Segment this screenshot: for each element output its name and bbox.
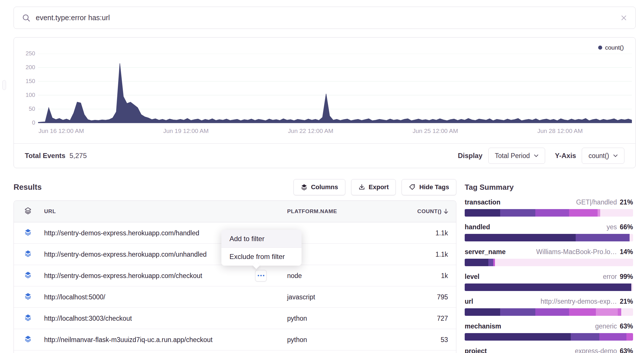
columns-button-label: Columns (311, 183, 338, 191)
cell-platform: node (287, 272, 302, 279)
tag-row[interactable]: server_name Williams-MacBook-Pro.lo… 14% (465, 248, 633, 266)
tag-bar-segment (465, 333, 571, 341)
tag-distribution-bar[interactable] (465, 333, 633, 341)
y-axis-tick-label: 0 (32, 119, 35, 126)
yaxis-label: Y-Axis (555, 152, 576, 160)
export-button-label: Export (369, 183, 389, 191)
tag-name: handled (465, 223, 490, 231)
tag-bar-segment (488, 259, 494, 266)
table-row[interactable]: http://neilmanvar-flask-m3uuizd7iq-uc.a.… (14, 329, 456, 350)
panel-resize-handle[interactable] (2, 80, 6, 90)
tag-icon (409, 184, 416, 191)
tag-distribution-bar[interactable] (465, 209, 633, 217)
tag-name: url (465, 298, 473, 305)
search-input[interactable] (36, 14, 620, 22)
tag-top-percent: 14% (620, 248, 633, 256)
results-table: URL PLATFORM.NAME COUNT() http://sentry-… (14, 200, 456, 353)
cell-count: 727 (437, 314, 448, 322)
stack-icon (24, 271, 32, 279)
tag-distribution-bar[interactable] (465, 234, 633, 241)
y-axis-tick-label: 100 (26, 92, 35, 98)
table-row[interactable]: http://localhost:5000/ javascript 795 (14, 286, 456, 308)
tag-bar-segment (571, 333, 599, 341)
tag-top-value: http://sentry-demos-exp… (541, 298, 617, 305)
hide-tags-button[interactable]: Hide Tags (402, 179, 456, 195)
chevron-down-icon (613, 154, 618, 157)
tag-bar-segment (535, 209, 569, 217)
tag-bar-segment (630, 234, 633, 241)
stack-icon (24, 314, 32, 321)
tag-top-percent: 66% (620, 223, 633, 231)
tag-row[interactable]: project express-demo 63% (465, 347, 633, 353)
sort-desc-icon (443, 209, 449, 214)
tag-top-value: Williams-MacBook-Pro.lo… (536, 248, 617, 256)
cell-platform: javascript (287, 293, 315, 301)
results-header: Results Columns Export Hide (14, 179, 456, 196)
tag-top-percent: 99% (620, 273, 633, 281)
tag-row[interactable]: transaction GET|/handled 21% (465, 198, 633, 217)
display-selected-value: Total Period (495, 152, 530, 160)
tag-bar-segment (576, 234, 630, 241)
tag-name: server_name (465, 248, 506, 256)
tag-top-value: error (603, 273, 617, 281)
tag-row[interactable]: handled yes 66% (465, 223, 633, 241)
tag-row[interactable]: mechanism generic 63% (465, 322, 633, 341)
chart-x-axis-labels: Jun 16 12:00 AMJun 19 12:00 AMJun 22 12:… (38, 127, 632, 136)
column-header-count[interactable]: COUNT() (417, 208, 449, 215)
menu-item-exclude-from-filter[interactable]: Exclude from filter (221, 248, 302, 266)
display-select[interactable]: Total Period (488, 148, 545, 164)
stack-icon (24, 207, 32, 215)
tag-top-value: generic (595, 322, 617, 330)
export-button[interactable]: Export (351, 179, 396, 195)
tag-distribution-bar[interactable] (465, 283, 633, 291)
tag-name: transaction (465, 198, 500, 206)
cell-count: 795 (437, 293, 448, 301)
hide-tags-button-label: Hide Tags (419, 183, 449, 191)
cell-count: 1k (441, 272, 448, 279)
chevron-down-icon (534, 154, 538, 157)
column-header-platform[interactable]: PLATFORM.NAME (287, 208, 337, 215)
cell-count: 1.1k (436, 250, 448, 258)
tag-top-value: yes (607, 223, 617, 231)
menu-item-add-to-filter[interactable]: Add to filter (221, 230, 302, 248)
column-header-url[interactable]: URL (44, 208, 56, 215)
discover-results-page: count() 050100150200250 Jun 16 12:00 AMJ… (0, 0, 644, 353)
tag-distribution-bar[interactable] (465, 308, 633, 316)
stack-icon (24, 250, 32, 257)
tag-bar-segment (535, 308, 569, 316)
tag-name: mechanism (465, 322, 501, 330)
table-header: URL PLATFORM.NAME COUNT() (14, 201, 456, 222)
yaxis-select[interactable]: count() (582, 148, 624, 164)
tag-row[interactable]: url http://sentry-demos-exp… 21% (465, 297, 633, 316)
cell-platform: python (287, 336, 307, 343)
cell-url: http://sentry-demos-express.herokuapp.co… (44, 229, 199, 237)
tag-bar-segment (465, 209, 500, 217)
tag-row[interactable]: level error 99% (465, 273, 633, 291)
chart-legend[interactable]: count() (598, 44, 624, 51)
search-bar (14, 7, 636, 29)
event-volume-chart[interactable] (38, 54, 632, 124)
tag-bar-segment (465, 259, 488, 266)
tag-bar-segment (600, 209, 633, 217)
tag-name: project (465, 347, 487, 353)
cell-actions-button[interactable] (255, 270, 267, 281)
chart-y-axis-labels: 050100150200250 (14, 54, 35, 124)
cell-url: http://sentry-demos-express.herokuapp.co… (44, 250, 207, 258)
table-row[interactable]: http://sentry-demos-express.herokuapp.co… (14, 265, 456, 286)
tag-bar-segment (626, 333, 633, 341)
close-icon[interactable] (620, 14, 627, 21)
cell-count: 53 (440, 336, 448, 343)
tag-top-percent: 63% (620, 322, 633, 330)
tag-bar-segment (495, 259, 633, 266)
tag-top-value: express-demo (575, 347, 617, 353)
table-row[interactable]: http://localhost:3003/checkout python 72… (14, 308, 456, 329)
cell-url: http://localhost:5000/ (44, 293, 105, 301)
event-volume-area-series (38, 54, 632, 124)
download-icon (358, 184, 365, 191)
cell-url: http://neilmanvar-flask-m3uuizd7iq-uc.a.… (44, 336, 212, 343)
results-title: Results (14, 183, 42, 192)
tag-top-percent: 21% (620, 198, 633, 206)
tag-distribution-bar[interactable] (465, 259, 633, 266)
columns-button[interactable]: Columns (293, 179, 345, 195)
column-header-count-label: COUNT() (417, 208, 442, 215)
